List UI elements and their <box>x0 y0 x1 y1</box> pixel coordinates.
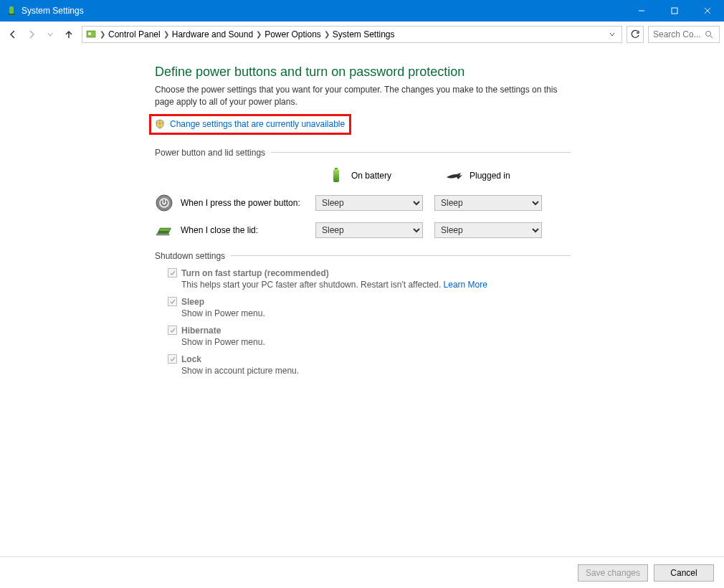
power-button-lid-group: Power button and lid settings On battery… <box>155 148 571 238</box>
chevron-right-icon: ❯ <box>324 30 330 38</box>
chevron-right-icon: ❯ <box>100 30 105 38</box>
minimize-button[interactable] <box>625 0 658 22</box>
address-drop-icon[interactable] <box>606 31 619 38</box>
power-button-plugged-select[interactable]: Sleep <box>434 195 542 211</box>
group-title: Shutdown settings <box>155 251 225 261</box>
hibernate-item: Hibernate Show in Power menu. <box>168 326 571 347</box>
power-button-row: When I press the power button: Sleep Sle… <box>155 195 571 211</box>
search-box[interactable] <box>648 26 720 43</box>
breadcrumb-item[interactable]: System Settings <box>333 29 395 39</box>
fast-startup-item: Turn on fast startup (recommended) This … <box>168 268 571 290</box>
breadcrumb-item[interactable]: Hardware and Sound <box>172 29 253 39</box>
checkbox-label: Sleep <box>181 297 204 307</box>
window-title: System Settings <box>22 6 84 16</box>
svg-line-9 <box>710 36 713 38</box>
chevron-right-icon: ❯ <box>163 30 169 38</box>
control-panel-icon <box>85 29 97 40</box>
plug-icon <box>445 168 464 184</box>
recent-drop-icon[interactable] <box>42 26 59 43</box>
checkbox-label: Lock <box>181 354 201 364</box>
lid-row: When I close the lid: Sleep Sleep <box>155 222 571 238</box>
svg-rect-0 <box>9 6 14 14</box>
breadcrumb-item[interactable]: Control Panel <box>108 29 161 39</box>
footer-bar: Save changes Cancel <box>0 556 724 588</box>
group-title: Power button and lid settings <box>155 148 265 158</box>
checkbox-desc: Show in Power menu. <box>181 337 571 347</box>
app-icon <box>6 5 17 16</box>
lid-icon <box>155 222 173 238</box>
svg-point-8 <box>706 31 711 36</box>
lock-item: Lock Show in account picture menu. <box>168 354 571 376</box>
learn-more-link[interactable]: Learn More <box>444 280 487 290</box>
nav-bar: ❯ Control Panel ❯ Hardware and Sound ❯ P… <box>0 22 724 47</box>
up-button[interactable] <box>60 26 77 43</box>
checkbox-disabled <box>168 354 177 364</box>
maximize-button[interactable] <box>658 0 691 22</box>
refresh-button[interactable] <box>627 26 644 43</box>
column-label-plugged: Plugged in <box>470 171 510 181</box>
title-bar: System Settings <box>0 0 724 22</box>
column-label-battery: On battery <box>351 171 391 181</box>
save-button[interactable]: Save changes <box>578 564 648 582</box>
sleep-item: Sleep Show in Power menu. <box>168 297 571 318</box>
power-button-label: When I press the power button: <box>181 198 300 208</box>
svg-rect-11 <box>335 168 338 169</box>
checkbox-desc: This helps start your PC faster after sh… <box>181 280 571 290</box>
checkbox-desc: Show in account picture menu. <box>181 366 571 376</box>
search-input[interactable] <box>652 29 702 40</box>
forward-button[interactable] <box>23 26 40 43</box>
svg-rect-10 <box>333 169 339 182</box>
power-button-battery-select[interactable]: Sleep <box>315 195 423 211</box>
svg-rect-3 <box>672 8 677 14</box>
checkbox-disabled <box>168 326 177 335</box>
power-button-icon <box>155 195 173 211</box>
address-bar[interactable]: ❯ Control Panel ❯ Hardware and Sound ❯ P… <box>82 26 622 43</box>
chevron-right-icon: ❯ <box>256 30 262 38</box>
page-subtitle: Choose the power settings that you want … <box>155 84 571 108</box>
checkbox-label: Hibernate <box>181 326 221 336</box>
search-icon <box>705 30 713 39</box>
breadcrumb-item[interactable]: Power Options <box>265 29 321 39</box>
checkbox-label: Turn on fast startup (recommended) <box>181 268 329 278</box>
svg-rect-14 <box>156 233 170 235</box>
battery-icon <box>327 168 346 184</box>
checkbox-disabled <box>168 268 177 278</box>
svg-rect-6 <box>87 31 95 37</box>
cancel-button[interactable]: Cancel <box>654 564 714 582</box>
page-title: Define power buttons and turn on passwor… <box>155 65 571 80</box>
change-settings-link[interactable]: Change settings that are currently unava… <box>170 119 345 129</box>
lid-plugged-select[interactable]: Sleep <box>434 222 542 238</box>
highlighted-change-settings: Change settings that are currently unava… <box>149 114 351 135</box>
svg-point-7 <box>88 32 91 35</box>
checkbox-desc: Show in Power menu. <box>181 308 571 318</box>
lid-battery-select[interactable]: Sleep <box>315 222 423 238</box>
close-button[interactable] <box>691 0 724 22</box>
back-button[interactable] <box>4 26 22 43</box>
lid-label: When I close the lid: <box>181 225 258 235</box>
shield-icon <box>154 118 166 130</box>
shutdown-settings-group: Shutdown settings Turn on fast startup (… <box>155 251 571 376</box>
checkbox-disabled <box>168 297 177 306</box>
content-area: Define power buttons and turn on passwor… <box>0 47 724 556</box>
svg-rect-1 <box>8 14 15 15</box>
